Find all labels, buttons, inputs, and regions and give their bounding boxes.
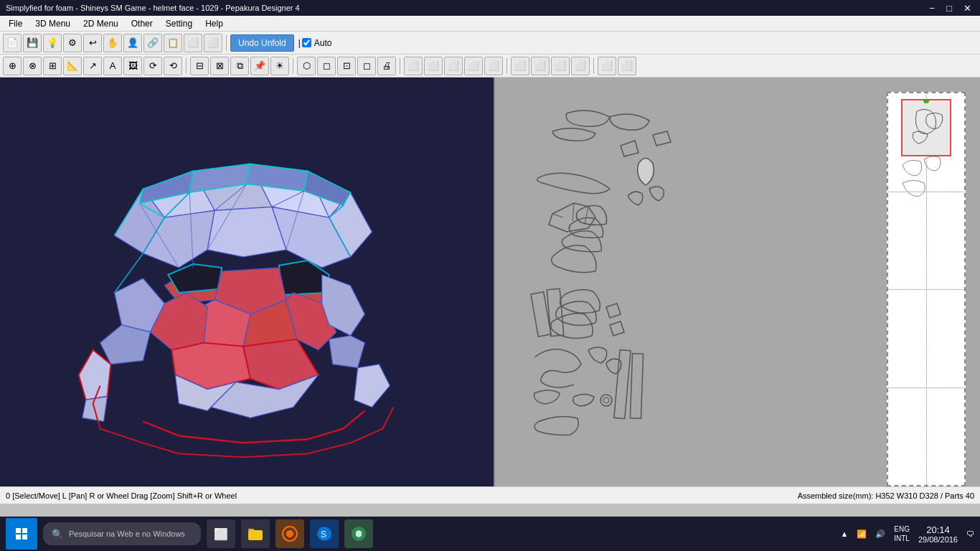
menubar: File 3D Menu 2D Menu Other Setting Help <box>0 16 980 32</box>
title-text: Simplyfied for foam - Shineys SM Game - … <box>6 4 300 12</box>
network-icon[interactable]: 📶 <box>857 529 867 539</box>
toolbar2: ⊕ ⊗ ⊞ 📐 ↗ A 🖼 ⟳ ⟲ ⊟ ⊠ ⧉ 📌 ☀ ⬡ ◻ ⊡ ◻ 🖨 ⬜ … <box>0 55 980 77</box>
maximize-button[interactable]: □ <box>943 3 955 14</box>
titlebar: Simplyfied for foam - Shineys SM Game - … <box>0 0 980 16</box>
person-button[interactable]: 👤 <box>123 34 142 52</box>
search-icon: 🔍 <box>52 529 63 540</box>
toolbar2-sep1 <box>186 58 187 74</box>
svg-rect-58 <box>16 528 21 533</box>
tb2-b3[interactable]: ⧉ <box>230 57 249 75</box>
toolbar1: 📄 💾 💡 ⚙ ↩ ✋ 👤 🔗 📋 ⬜ ⬜ Undo Unfold | Auto <box>0 32 980 55</box>
skype-icon: S <box>316 526 332 542</box>
svg-point-64 <box>286 530 293 537</box>
browser-icon <box>282 526 298 542</box>
toolbar2-sep5 <box>593 58 594 74</box>
tb2-e4[interactable]: ⬜ <box>571 57 590 75</box>
tb2-c4[interactable]: ◻ <box>357 57 376 75</box>
tb2-undo2[interactable]: ⟳ <box>143 57 162 75</box>
svg-rect-60 <box>16 534 21 540</box>
folder-icon <box>247 525 264 542</box>
toolbar-separator <box>226 35 227 51</box>
main-area <box>0 77 980 486</box>
taskbar: 🔍 Pesquisar na Web e no Windows ⬜ S ▲ 📶 … <box>0 517 980 551</box>
menu-file[interactable]: File <box>3 17 28 30</box>
auto-label[interactable]: Auto <box>314 38 332 48</box>
tb2-b1[interactable]: ⊟ <box>190 57 209 75</box>
auto-checkbox-container: Auto <box>302 38 332 48</box>
tb2-d5[interactable]: ⬜ <box>484 57 503 75</box>
settings-button[interactable]: ⚙ <box>63 34 82 52</box>
tb2-d2[interactable]: ⬜ <box>424 57 443 75</box>
clock-time: 20:14 <box>918 524 958 535</box>
menu-setting[interactable]: Setting <box>160 17 198 30</box>
undo-unfold-button[interactable]: Undo Unfold <box>230 34 294 52</box>
new-button[interactable]: 📄 <box>3 34 22 52</box>
tb2-b5[interactable]: ☀ <box>270 57 289 75</box>
system-clock[interactable]: 20:14 29/08/2016 <box>918 524 958 544</box>
language-label: ENGINTL <box>894 524 910 543</box>
3d-viewport[interactable] <box>0 77 495 486</box>
tb2-d3[interactable]: ⬜ <box>444 57 463 75</box>
tb2-f1[interactable]: ⬜ <box>598 57 616 75</box>
tb2-arrow[interactable]: ↗ <box>83 57 102 75</box>
task-view-button[interactable]: ⬜ <box>207 519 235 548</box>
tb2-b4[interactable]: 📌 <box>250 57 269 75</box>
toolbar2-sep4 <box>507 58 507 74</box>
status-right: Assembled size(mm): H352 W310 D328 / Par… <box>798 491 974 500</box>
tb2-rotate[interactable]: ⊗ <box>23 57 42 75</box>
taskbar-right-area: ▲ 📶 🔊 ENGINTL 20:14 29/08/2016 🗨 <box>840 524 974 544</box>
tb2-angle[interactable]: 📐 <box>63 57 82 75</box>
svg-rect-59 <box>22 528 27 533</box>
svg-rect-62 <box>248 530 263 540</box>
auto-checkbox[interactable] <box>302 38 311 47</box>
file-explorer-button[interactable] <box>241 519 270 548</box>
volume-icon[interactable]: 🔊 <box>875 529 885 539</box>
search-bar[interactable]: 🔍 Pesquisar na Web e no Windows <box>43 522 201 545</box>
tb2-image[interactable]: 🖼 <box>123 57 142 75</box>
tb2-d4[interactable]: ⬜ <box>464 57 483 75</box>
tb2-grid[interactable]: ⊞ <box>43 57 62 75</box>
rect2-button[interactable]: ⬜ <box>204 34 222 52</box>
toolbar2-sep2 <box>293 58 293 74</box>
close-button[interactable]: ✕ <box>961 3 974 14</box>
minimize-button[interactable]: − <box>927 3 938 14</box>
toolbar-pipe: | <box>298 38 301 48</box>
2d-viewport[interactable] <box>495 77 980 486</box>
tb2-redo[interactable]: ⟲ <box>164 57 182 75</box>
menu-help[interactable]: Help <box>199 17 229 30</box>
browser-button[interactable] <box>275 519 304 548</box>
search-placeholder: Pesquisar na Web e no Windows <box>69 529 185 538</box>
link-button[interactable]: 🔗 <box>143 34 162 52</box>
tb2-d1[interactable]: ⬜ <box>404 57 423 75</box>
tb2-e2[interactable]: ⬜ <box>531 57 550 75</box>
svg-marker-29 <box>329 336 365 368</box>
tb2-text[interactable]: A <box>103 57 122 75</box>
light-button[interactable]: 💡 <box>43 34 62 52</box>
skype-button[interactable]: S <box>310 519 339 548</box>
up-arrow-icon[interactable]: ▲ <box>840 529 848 538</box>
paper-sheet <box>887 92 966 486</box>
tb2-c3[interactable]: ⊡ <box>337 57 356 75</box>
menu-3dmenu[interactable]: 3D Menu <box>29 17 76 30</box>
save-button[interactable]: 💾 <box>23 34 42 52</box>
svg-rect-61 <box>22 534 27 540</box>
menu-other[interactable]: Other <box>126 17 159 30</box>
clipboard-button[interactable]: 📋 <box>164 34 182 52</box>
notification-button[interactable]: 🗨 <box>966 529 974 538</box>
tb2-e1[interactable]: ⬜ <box>511 57 529 75</box>
app5-button[interactable] <box>344 519 373 548</box>
undo-button[interactable]: ↩ <box>83 34 102 52</box>
menu-2dmenu[interactable]: 2D Menu <box>77 17 124 30</box>
tb2-f2[interactable]: ⬜ <box>618 57 636 75</box>
hand-button[interactable]: ✋ <box>103 34 122 52</box>
start-button[interactable] <box>6 518 37 550</box>
toolbar2-sep3 <box>400 58 400 74</box>
tb2-e3[interactable]: ⬜ <box>551 57 570 75</box>
app5-icon <box>351 526 367 542</box>
tb2-b2[interactable]: ⊠ <box>210 57 229 75</box>
rect1-button[interactable]: ⬜ <box>184 34 202 52</box>
tb2-select[interactable]: ⊕ <box>3 57 22 75</box>
tb2-c2[interactable]: ◻ <box>317 57 336 75</box>
tb2-print[interactable]: 🖨 <box>377 57 396 75</box>
tb2-c1[interactable]: ⬡ <box>297 57 316 75</box>
